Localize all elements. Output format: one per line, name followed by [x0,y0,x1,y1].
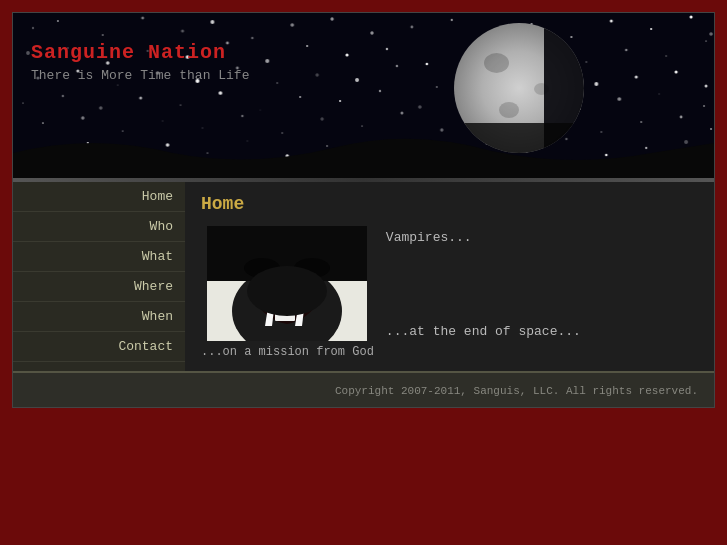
sidebar: Home Who What Where When Contact [13,182,185,371]
site-header: Sanguine Nation There is More Time than … [13,13,714,178]
sidebar-item-who[interactable]: Who [13,212,185,242]
vampire-svg [207,226,367,341]
vampire-text-2: ...at the end of space... [386,324,698,339]
sidebar-item-what[interactable]: What [13,242,185,272]
moon-graphic [454,23,594,163]
moon-bottom-shadow [454,123,584,153]
home-body: ...on a mission from God Vampires... ...… [201,226,698,359]
site-title: Sanguine Nation [31,41,249,64]
home-text-block: Vampires... ...at the end of space... [386,226,698,359]
copyright-text: Copyright 2007-2011, Sanguis, LLC. All r… [335,385,698,397]
outer-wrapper: Sanguine Nation There is More Time than … [0,0,727,545]
vampire-caption: ...on a mission from God [201,345,374,359]
svg-point-7 [247,266,327,316]
page-content: Home [185,182,714,371]
vampire-image [207,226,367,341]
sidebar-item-where[interactable]: Where [13,272,185,302]
sidebar-item-home[interactable]: Home [13,182,185,212]
vampire-image-wrapper: ...on a mission from God [201,226,374,359]
sidebar-item-contact[interactable]: Contact [13,332,185,362]
moon-crater-1 [484,53,509,73]
stars-background [13,13,714,178]
site-subtitle: There is More Time than Life [31,68,249,83]
site-footer: Copyright 2007-2011, Sanguis, LLC. All r… [13,371,714,407]
page-title: Home [201,194,698,214]
sidebar-item-when[interactable]: When [13,302,185,332]
site-container: Sanguine Nation There is More Time than … [12,12,715,408]
moon-crater-3 [499,102,519,118]
header-text-block: Sanguine Nation There is More Time than … [31,41,249,83]
vampire-text-1: Vampires... [386,230,698,245]
main-content: Home Who What Where When Contact [13,182,714,371]
moon-circle [454,23,584,153]
